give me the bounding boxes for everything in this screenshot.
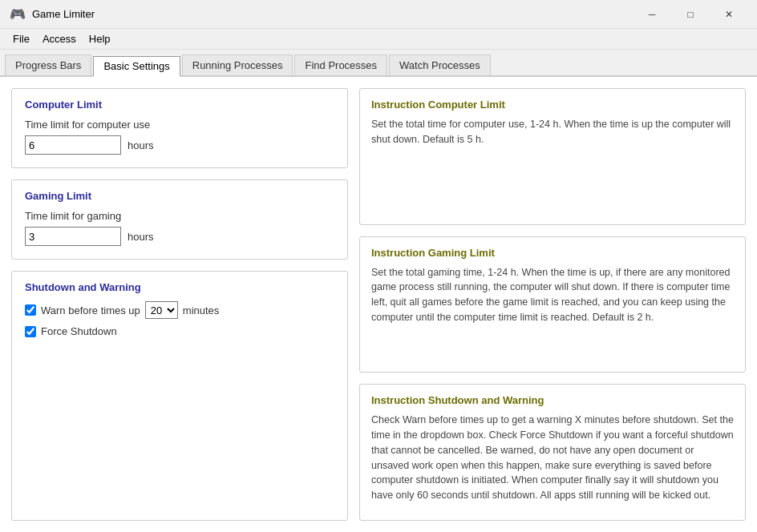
gaming-limit-unit: hours: [128, 231, 154, 243]
instruction-shutdown-box: Instruction Shutdown and Warning Check W…: [359, 384, 746, 521]
instruction-shutdown-title: Instruction Shutdown and Warning: [371, 394, 734, 406]
gaming-limit-section: Gaming Limit Time limit for gaming hours: [11, 179, 348, 260]
instruction-computer-limit-box: Instruction Computer Limit Set the total…: [359, 88, 746, 225]
minimize-button[interactable]: ─: [634, 3, 670, 26]
close-button[interactable]: ✕: [710, 3, 747, 26]
left-panel: Computer Limit Time limit for computer u…: [11, 88, 348, 521]
warn-minutes-dropdown[interactable]: 5 10 15 20 30: [145, 301, 178, 319]
app-title: Game Limiter: [32, 8, 634, 20]
computer-limit-field-row: hours: [25, 135, 334, 155]
right-panel: Instruction Computer Limit Set the total…: [359, 88, 746, 521]
force-shutdown-checkbox[interactable]: [25, 326, 36, 337]
computer-limit-unit: hours: [128, 139, 154, 151]
warn-minutes-unit: minutes: [183, 304, 220, 316]
tab-progress-bars[interactable]: Progress Bars: [5, 54, 91, 75]
menu-access[interactable]: Access: [36, 31, 83, 46]
warn-checkbox[interactable]: [25, 304, 36, 316]
shutdown-warning-title: Shutdown and Warning: [25, 281, 334, 293]
gaming-limit-input[interactable]: [25, 227, 121, 246]
menu-help[interactable]: Help: [83, 31, 117, 46]
force-shutdown-checkbox-row: Force Shutdown: [25, 325, 334, 337]
instruction-computer-limit-title: Instruction Computer Limit: [371, 99, 734, 111]
menu-file[interactable]: File: [6, 31, 36, 46]
instruction-computer-limit-text: Set the total time for computer use, 1-2…: [371, 117, 734, 147]
force-shutdown-label: Force Shutdown: [41, 325, 117, 337]
content-area: Computer Limit Time limit for computer u…: [0, 77, 757, 532]
tabs-bar: Progress Bars Basic Settings Running Pro…: [0, 50, 757, 77]
warn-label: Warn before times up: [41, 304, 140, 316]
gaming-limit-field-row: hours: [25, 227, 334, 246]
instruction-shutdown-text: Check Warn before times up to get a warn…: [371, 413, 734, 503]
tab-running-processes[interactable]: Running Processes: [182, 54, 293, 75]
maximize-button[interactable]: □: [672, 3, 709, 26]
gaming-limit-title: Gaming Limit: [25, 190, 334, 202]
title-bar: 🎮 Game Limiter ─ □ ✕: [0, 0, 757, 29]
warn-checkbox-row: Warn before times up 5 10 15 20 30 minut…: [25, 301, 334, 319]
gaming-limit-label: Time limit for gaming: [25, 210, 334, 222]
menu-bar: File Access Help: [0, 29, 757, 50]
instruction-gaming-limit-box: Instruction Gaming Limit Set the total g…: [359, 236, 746, 373]
tab-watch-processes[interactable]: Watch Processes: [389, 54, 491, 75]
computer-limit-input[interactable]: [25, 135, 121, 155]
tab-find-processes[interactable]: Find Processes: [294, 54, 387, 75]
computer-limit-label: Time limit for computer use: [25, 119, 334, 131]
window-controls: ─ □ ✕: [634, 3, 747, 26]
tab-basic-settings[interactable]: Basic Settings: [93, 56, 180, 77]
instruction-gaming-limit-title: Instruction Gaming Limit: [371, 247, 734, 259]
computer-limit-title: Computer Limit: [25, 99, 334, 111]
computer-limit-section: Computer Limit Time limit for computer u…: [11, 88, 348, 168]
shutdown-warning-section: Shutdown and Warning Warn before times u…: [11, 271, 348, 521]
app-icon: 🎮: [10, 6, 26, 22]
instruction-gaming-limit-text: Set the total gaming time, 1-24 h. When …: [371, 265, 734, 325]
